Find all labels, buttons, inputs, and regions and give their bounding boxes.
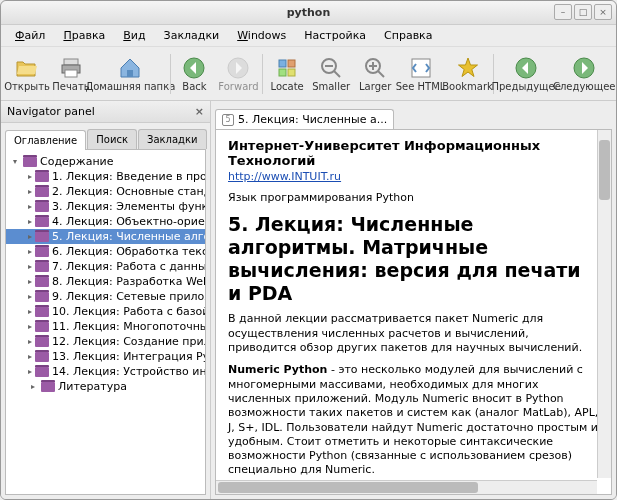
window-title: python (287, 6, 331, 19)
tree-item[interactable]: ▸14. Лекция: Устройство интер... (6, 364, 205, 379)
tree-item[interactable]: ▸10. Лекция: Работа с базой д... (6, 304, 205, 319)
smaller-button[interactable]: Smaller (309, 50, 353, 98)
book-icon (35, 187, 49, 197)
horizontal-scrollbar[interactable] (216, 480, 597, 494)
minimize-button[interactable]: – (554, 4, 572, 20)
tree-item[interactable]: ▸8. Лекция: Разработка Web-п... (6, 274, 205, 289)
toc-tree[interactable]: ▾Содержание ▸1. Лекция: Введение в прогр… (5, 149, 206, 495)
book-icon (35, 337, 49, 347)
arrow-right-circle-icon (572, 56, 596, 80)
tab-toc[interactable]: Оглавление (5, 130, 86, 150)
locate-icon (275, 56, 299, 80)
tab-search[interactable]: Поиск (87, 129, 137, 149)
content-area: 5 5. Лекция: Численные а... Интернет-Уни… (211, 101, 616, 499)
menu-bookmarks[interactable]: Закладки (156, 27, 228, 44)
intro-paragraph: В данной лекции рассматривается пакет Nu… (228, 312, 599, 355)
page-title: 5. Лекция: Численные алгоритмы. Матричны… (228, 213, 599, 304)
np-paragraph: Numeric Python - это несколько модулей д… (228, 363, 599, 477)
open-button[interactable]: Открыть (5, 50, 49, 98)
main-body: Navigator panel × Оглавление Поиск Закла… (1, 101, 616, 499)
home-icon (118, 56, 142, 80)
content-tab[interactable]: 5 5. Лекция: Численные а... (215, 109, 394, 129)
svg-rect-2 (65, 70, 77, 77)
menu-file[interactable]: Файл (7, 27, 53, 44)
svg-rect-3 (127, 70, 133, 77)
tree-item[interactable]: ▸4. Лекция: Объектно-ориент... (6, 214, 205, 229)
svg-rect-17 (412, 59, 430, 77)
book-icon (35, 262, 49, 272)
book-icon (35, 322, 49, 332)
maximize-button[interactable]: □ (574, 4, 592, 20)
tree-item[interactable]: ▸9. Лекция: Сетевые приложе... (6, 289, 205, 304)
see-html-button[interactable]: See HTML (397, 50, 444, 98)
navigator-close-icon[interactable]: × (195, 105, 204, 118)
bookmark-button[interactable]: Bookmark (444, 50, 491, 98)
next-button[interactable]: Следующее (556, 50, 612, 98)
menu-windows[interactable]: Windows (229, 27, 294, 44)
document-viewer[interactable]: Интернет-Университет Информационных Техн… (215, 129, 612, 495)
menu-settings[interactable]: Настройка (296, 27, 374, 44)
navigator-title: Navigator panel (7, 105, 95, 118)
menu-help[interactable]: Справка (376, 27, 440, 44)
tab-bookmarks[interactable]: Закладки (138, 129, 207, 149)
separator (262, 54, 263, 94)
folder-open-icon (15, 56, 39, 80)
tree-item[interactable]: ▸1. Лекция: Введение в програ... (6, 169, 205, 184)
svg-rect-8 (279, 69, 286, 76)
close-button[interactable]: × (594, 4, 612, 20)
tree-item[interactable]: ▸6. Лекция: Обработка тексто... (6, 244, 205, 259)
locate-button[interactable]: Locate (265, 50, 309, 98)
larger-button[interactable]: Larger (353, 50, 397, 98)
toolbar: Открыть Печать Домашняя папка Back Forwa… (1, 47, 616, 101)
back-button[interactable]: Back (172, 50, 216, 98)
svg-rect-0 (64, 59, 78, 65)
content-tab-label: 5. Лекция: Численные а... (238, 113, 387, 126)
menu-view[interactable]: Вид (115, 27, 153, 44)
book-icon (41, 382, 55, 392)
arrow-left-icon (182, 56, 206, 80)
tree-item[interactable]: ▸3. Лекция: Элементы функци... (6, 199, 205, 214)
tree-item[interactable]: ▸2. Лекция: Основные стандар... (6, 184, 205, 199)
vertical-scrollbar[interactable] (597, 130, 611, 478)
book-icon (35, 307, 49, 317)
arrow-left-circle-icon (514, 56, 538, 80)
menu-edit[interactable]: Правка (55, 27, 113, 44)
title-bar: python – □ × (1, 1, 616, 25)
navigator-header: Navigator panel × (1, 101, 210, 123)
prev-button[interactable]: Предыдущее (496, 50, 556, 98)
book-icon (35, 292, 49, 302)
svg-line-11 (334, 71, 340, 77)
svg-rect-9 (288, 69, 295, 76)
book-icon (35, 217, 49, 227)
content-tabs: 5 5. Лекция: Численные а... (211, 101, 616, 129)
scrollbar-thumb[interactable] (599, 140, 610, 200)
scrollbar-thumb[interactable] (218, 482, 478, 493)
separator (170, 54, 171, 94)
arrow-right-icon (226, 56, 250, 80)
tree-item[interactable]: ▸12. Лекция: Создание прило... (6, 334, 205, 349)
org-heading: Интернет-Университет Информационных Техн… (228, 138, 599, 168)
html-icon (409, 56, 433, 80)
tree-item[interactable]: ▸13. Лекция: Интеграция Pyth... (6, 349, 205, 364)
tree-item[interactable]: ▸7. Лекция: Работа с данными ... (6, 259, 205, 274)
tree-item[interactable]: ▸Литература (6, 379, 205, 394)
printer-icon (59, 56, 83, 80)
tree-item[interactable]: ▸11. Лекция: Многопоточные ... (6, 319, 205, 334)
tree-item[interactable]: ▸5. Лекция: Численные алгори... (6, 229, 205, 244)
home-button[interactable]: Домашняя папка (93, 50, 168, 98)
navigator-panel: Navigator panel × Оглавление Поиск Закла… (1, 101, 211, 499)
window-controls: – □ × (554, 4, 612, 20)
zoom-out-icon (319, 56, 343, 80)
zoom-in-icon (363, 56, 387, 80)
book-icon (35, 232, 49, 242)
book-icon (35, 247, 49, 257)
svg-rect-7 (288, 60, 295, 67)
forward-button[interactable]: Forward (216, 50, 260, 98)
navigator-tabs: Оглавление Поиск Закладки (1, 123, 210, 149)
book-icon (35, 202, 49, 212)
svg-line-14 (378, 71, 384, 77)
book-icon (35, 352, 49, 362)
org-link[interactable]: http://www.INTUIT.ru (228, 170, 341, 183)
tree-root[interactable]: ▾Содержание (6, 154, 205, 169)
lang-label: Язык программирования Python (228, 191, 599, 205)
